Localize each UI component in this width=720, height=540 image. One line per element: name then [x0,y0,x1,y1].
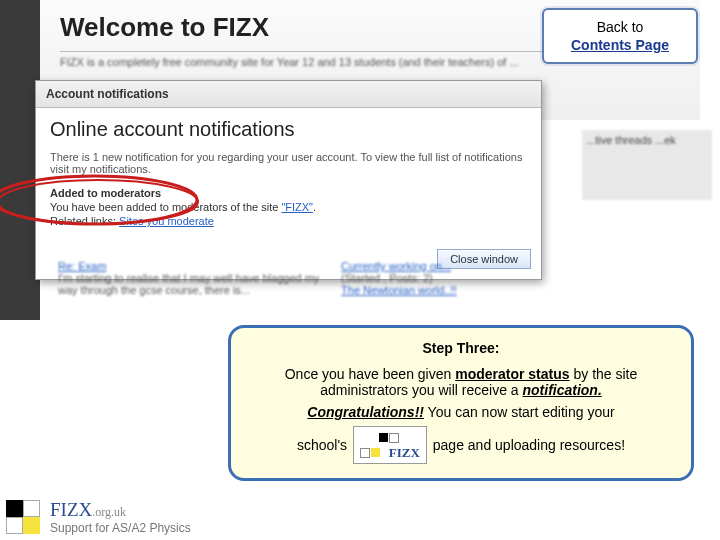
fizx-logo-chip: FIZX [353,426,427,464]
footer-brand: FIZX.org.uk [50,499,191,521]
notif-section-head: Added to moderators [50,187,527,199]
step-line3a: school's [297,437,347,453]
site-footer: FIZX.org.uk Support for AS/A2 Physics [0,494,720,540]
site-link[interactable]: "FIZX" [281,201,313,213]
thread-meta: (Started , Posts: 2) [341,272,541,284]
notif-section-body: You have been added to moderators of the… [50,201,527,213]
background-threads: Re: Exam I'm starting to realise that I … [58,260,568,296]
fizx-logo-text: FIZX [389,445,420,461]
footer-tagline: Support for AS/A2 Physics [50,521,191,535]
step-line2: Congratulations!! You can now start edit… [247,404,675,420]
notifications-modal: Account notifications Online account not… [35,80,542,280]
thread-link[interactable]: Currently working on... [341,260,451,272]
thread-preview: I'm starting to realise that I may well … [58,272,338,296]
fizx-logo-icon [6,500,40,534]
step-line3: school's FIZX page and uploading resourc… [247,426,675,464]
step-line3b: page and uploading resources! [433,437,625,453]
notif-body-text: You have been added to moderators of the… [50,201,281,213]
step-line1: Once you have been given moderator statu… [247,366,675,398]
thread-link[interactable]: The Newtonian world..!! [341,284,457,296]
app-left-rail [0,0,40,320]
sidebar-snippet: ...tive threads ...ek [582,130,712,200]
back-to-contents[interactable]: Back to Contents Page [542,8,698,64]
step-title: Step Three: [247,340,675,356]
notif-related-label: Related links: [50,215,119,227]
modal-description: There is 1 new notification for you rega… [50,151,527,175]
contents-page-link[interactable]: Contents Page [571,37,669,53]
back-line1: Back to [554,18,686,36]
modal-heading: Online account notifications [50,118,527,141]
step-three-callout: Step Three: Once you have been given mod… [228,325,694,481]
modal-titlebar: Account notifications [36,81,541,108]
thread-link[interactable]: Re: Exam [58,260,106,272]
notif-related: Related links: Sites you moderate [50,215,527,227]
sites-you-moderate-link[interactable]: Sites you moderate [119,215,214,227]
